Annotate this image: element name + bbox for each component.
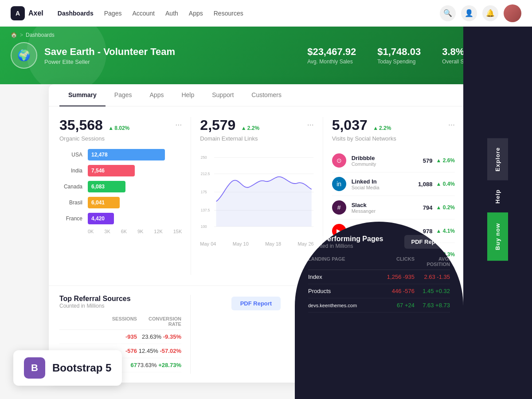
- team-info: 🌍 Save Earth - Volunteer Team Power Elit…: [11, 42, 175, 69]
- page-name: devs.keenthemes.com: [308, 303, 383, 308]
- pdf-report-button[interactable]: PDF Report: [231, 297, 281, 310]
- svg-text:212.5: 212.5: [201, 172, 210, 176]
- nav-pages[interactable]: Pages: [104, 10, 122, 17]
- avatar[interactable]: [504, 4, 521, 22]
- dark-overlay-content: Top Performing Pages Counted in Millions…: [295, 222, 463, 399]
- tab-apps[interactable]: Apps: [141, 84, 173, 106]
- profile-button[interactable]: 👤: [461, 5, 477, 21]
- tab-help[interactable]: Help: [172, 84, 203, 106]
- bar: 6,041: [88, 197, 120, 208]
- notifications-button[interactable]: 🔔: [482, 5, 498, 21]
- buy-button[interactable]: Buy now: [487, 212, 508, 261]
- nav-links: Dashboards Pages Account Auth Apps Resou…: [58, 10, 440, 17]
- tab-customers[interactable]: Customers: [243, 84, 290, 106]
- bar: 7,546: [88, 165, 135, 176]
- clicks: 446 -576: [383, 288, 415, 294]
- team-details: Save Earth - Volunteer Team Power Elite …: [44, 46, 175, 65]
- tab-summary[interactable]: Summary: [59, 84, 106, 106]
- dark-table-header: LANDING PAGE CLICKS AVG. POSITION: [308, 256, 450, 270]
- bar-row-usa: USA 12,478: [59, 149, 182, 160]
- logo-area[interactable]: A Axel: [11, 6, 43, 20]
- social-info: Dribbble Community: [352, 155, 376, 167]
- dark-pdf-button[interactable]: PDF Report: [404, 235, 450, 249]
- more-button[interactable]: ···: [175, 121, 182, 129]
- col-landing: LANDING PAGE: [308, 256, 383, 267]
- bar-axis: 0K 3K 6K 9K 12K 15K: [59, 229, 182, 234]
- svg-text:250: 250: [201, 156, 207, 160]
- svg-text:100: 100: [201, 225, 207, 229]
- social-label: Visits by Social Networks: [332, 135, 455, 142]
- axis-label: 6K: [121, 229, 127, 234]
- social-name: Dribbble: [352, 155, 376, 161]
- bar: 6,083: [88, 181, 125, 192]
- stat-label: Today Spending: [377, 59, 421, 65]
- country-label: Brasil: [59, 200, 82, 206]
- page-name: Products: [308, 288, 383, 294]
- bar-row-france: France 4,420: [59, 213, 182, 224]
- axis-label: 0K: [88, 229, 94, 234]
- country-label: France: [59, 215, 82, 222]
- bootstrap-icon: B: [24, 357, 45, 379]
- axis-label: 3K: [104, 229, 110, 234]
- nav-apps[interactable]: Apps: [189, 10, 203, 17]
- domain-label: Domain External Links: [200, 135, 313, 142]
- social-change: ▲ 2.6%: [436, 157, 455, 164]
- help-button[interactable]: Help: [487, 180, 508, 212]
- nav-dashboards[interactable]: Dashboards: [58, 10, 94, 17]
- nav-account[interactable]: Account: [132, 10, 155, 17]
- bar: 4,420: [88, 213, 114, 224]
- bootstrap-text: Bootstrap 5: [52, 362, 111, 374]
- x-label: May 18: [265, 241, 281, 246]
- position: 2.63 -1.35: [415, 274, 450, 280]
- tab-support[interactable]: Support: [203, 84, 243, 106]
- social-name: Slack: [352, 202, 376, 208]
- more-button[interactable]: ···: [307, 121, 314, 129]
- organic-sessions-col: 35,568 ▲ 8.02% ··· Organic Sessions USA …: [59, 117, 191, 275]
- social-count: 1,088: [418, 181, 433, 188]
- breadcrumb-current: Dashboards: [26, 32, 55, 38]
- col-rate: CONVERSION RATE: [137, 316, 181, 327]
- page-name: Index: [308, 274, 383, 280]
- nav-auth[interactable]: Auth: [165, 10, 178, 17]
- tab-bar: Summary Pages Apps Help Support Customer…: [49, 84, 466, 106]
- svg-text:137.5: 137.5: [201, 208, 210, 212]
- social-value: 5,037: [332, 117, 368, 133]
- team-logo: 🌍: [11, 42, 37, 69]
- stat-today-spending: $1,748.03 Today Spending: [377, 46, 421, 65]
- metric-header: 5,037 ▲ 2.2% ···: [332, 117, 455, 133]
- country-label: Canada: [59, 184, 82, 190]
- referral-title: Top Referral Sources: [59, 295, 131, 303]
- metric-value-area: 2,579 ▲ 2.2%: [200, 117, 259, 133]
- metric-value-area: 35,568 ▲ 8.02%: [59, 117, 129, 133]
- clicks: 67 +24: [383, 302, 415, 309]
- col-sessions: SESSIONS: [102, 316, 137, 327]
- explore-button[interactable]: Explore: [487, 138, 508, 180]
- organic-label: Organic Sessions: [59, 135, 182, 142]
- nav-resources[interactable]: Resources: [214, 10, 243, 17]
- domain-change: ▲ 2.2%: [241, 125, 259, 131]
- metric-value-area: 5,037 ▲ 2.2%: [332, 117, 391, 133]
- bar-chart: USA 12,478 India 7,546 Canada: [59, 149, 182, 234]
- tab-pages[interactable]: Pages: [106, 84, 141, 106]
- social-sub: Social Media: [352, 185, 379, 190]
- metric-header: 35,568 ▲ 8.02% ···: [59, 117, 182, 133]
- bar-row-brasil: Brasil 6,041: [59, 197, 182, 208]
- more-button[interactable]: ···: [448, 121, 455, 129]
- bar-row-canada: Canada 6,083: [59, 181, 182, 192]
- search-button[interactable]: 🔍: [440, 5, 456, 21]
- team-sub: Power Elite Seller: [44, 59, 175, 65]
- social-right: 794 ▲ 0.2%: [423, 204, 455, 211]
- col-position: AVG. POSITION: [415, 256, 450, 267]
- breadcrumb: 🏠 > Dashboards: [11, 32, 55, 38]
- referral-table-header: SESSIONS CONVERSION RATE: [59, 316, 181, 330]
- social-sub: Messanger: [352, 208, 376, 214]
- bar-wrap: 12,478: [88, 149, 182, 160]
- slack-icon: #: [332, 200, 346, 215]
- bootstrap-badge: B Bootstrap 5: [13, 350, 122, 386]
- social-sub: Community: [352, 161, 376, 167]
- social-item-linkedin: in Linked In Social Media 1,088 ▲ 0.4%: [332, 172, 455, 196]
- dark-table-row: devs.keenthemes.com 67 +24 7.63 +8.73: [308, 298, 450, 313]
- dark-table-row: Index 1,256 -935 2.63 -1.35: [308, 270, 450, 284]
- social-change: ▲ 0.4%: [436, 181, 455, 187]
- referral-header-area: Top Referral Sources Counted in Millions: [59, 295, 131, 314]
